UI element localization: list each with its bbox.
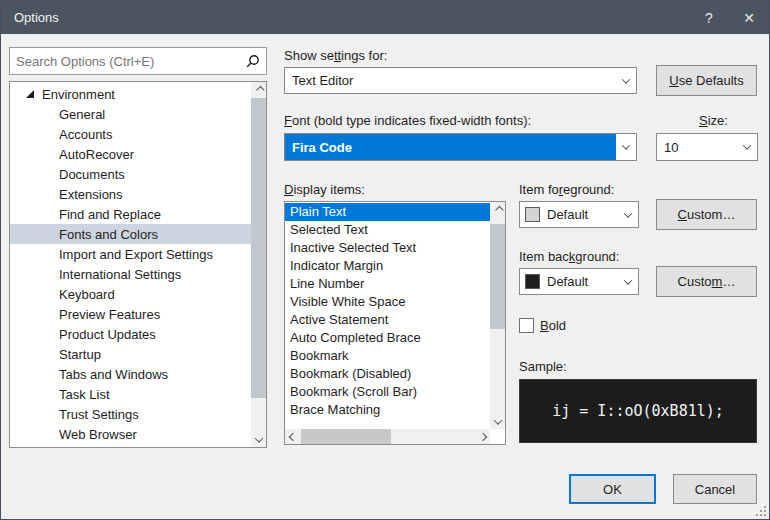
tree-item[interactable]: Projects and Solutions bbox=[10, 444, 251, 448]
size-select[interactable]: 10 bbox=[656, 133, 758, 161]
tree-rows: EnvironmentGeneralAccountsAutoRecoverDoc… bbox=[10, 84, 251, 448]
size-value: 10 bbox=[657, 140, 737, 155]
foreground-color-swatch bbox=[525, 207, 540, 222]
tree-vertical-scrollbar[interactable] bbox=[251, 82, 266, 447]
item-foreground-select[interactable]: Default bbox=[519, 201, 639, 228]
sample-label: Sample: bbox=[519, 359, 567, 374]
display-item[interactable]: Bookmark (Scroll Bar) bbox=[285, 383, 490, 401]
font-select[interactable]: Fira Code bbox=[284, 133, 637, 161]
tree-item[interactable]: Documents bbox=[10, 164, 251, 184]
bold-checkbox[interactable] bbox=[519, 318, 534, 333]
tree-item-label: Extensions bbox=[59, 187, 123, 202]
tree-scrollbar-thumb[interactable] bbox=[251, 98, 266, 398]
tree-item-label: AutoRecover bbox=[59, 147, 134, 162]
display-item[interactable]: Visible White Space bbox=[285, 293, 490, 311]
foreground-custom-button[interactable]: Custom… bbox=[656, 199, 757, 230]
tree-item[interactable]: Startup bbox=[10, 344, 251, 364]
chevron-down-icon bbox=[618, 269, 638, 294]
sample-preview: ij = I::oO(0xB81l); bbox=[519, 379, 757, 443]
display-item[interactable]: Selected Text bbox=[285, 221, 490, 239]
sample-text: ij = I::oO(0xB81l); bbox=[552, 402, 724, 420]
options-tree: EnvironmentGeneralAccountsAutoRecoverDoc… bbox=[9, 81, 267, 448]
tree-item-label: Projects and Solutions bbox=[42, 447, 171, 449]
tree-item-label: Import and Export Settings bbox=[59, 247, 213, 262]
tree-item-label: Accounts bbox=[59, 127, 112, 142]
tree-item-label: Environment bbox=[42, 87, 115, 102]
cancel-button[interactable]: Cancel bbox=[673, 474, 757, 504]
search-input[interactable] bbox=[10, 54, 240, 69]
foreground-value: Default bbox=[540, 207, 618, 222]
tree-item[interactable]: Web Browser bbox=[10, 424, 251, 444]
tree-item[interactable]: General bbox=[10, 104, 251, 124]
show-settings-select[interactable]: Text Editor bbox=[284, 67, 637, 94]
tree-item-label: Fonts and Colors bbox=[59, 227, 158, 242]
chevron-down-icon bbox=[618, 202, 638, 227]
close-button[interactable]: ✕ bbox=[729, 1, 769, 34]
chevron-down-icon bbox=[616, 134, 636, 160]
search-box bbox=[9, 47, 267, 75]
titlebar: Options ? ✕ bbox=[1, 1, 769, 34]
display-item[interactable]: Inactive Selected Text bbox=[285, 239, 490, 257]
ok-button[interactable]: OK bbox=[569, 474, 656, 504]
tree-item[interactable]: Trust Settings bbox=[10, 404, 251, 424]
tree-item[interactable]: Keyboard bbox=[10, 284, 251, 304]
tree-item[interactable]: Environment bbox=[10, 84, 251, 104]
tree-item[interactable]: Preview Features bbox=[10, 304, 251, 324]
search-icon[interactable] bbox=[240, 54, 266, 68]
display-item[interactable]: Bookmark (Disabled) bbox=[285, 365, 490, 383]
display-item[interactable]: Line Number bbox=[285, 275, 490, 293]
display-item[interactable]: Indicator Margin bbox=[285, 257, 490, 275]
help-button[interactable]: ? bbox=[689, 1, 729, 34]
dialog-body: EnvironmentGeneralAccountsAutoRecoverDoc… bbox=[1, 34, 769, 519]
use-defaults-button[interactable]: Use Defaults bbox=[656, 65, 757, 96]
tree-item[interactable]: Import and Export Settings bbox=[10, 244, 251, 264]
list-horizontal-scrollbar[interactable] bbox=[285, 429, 490, 444]
bold-checkbox-row: Bold bbox=[519, 318, 566, 333]
scroll-up-icon[interactable] bbox=[490, 202, 505, 217]
list-vertical-scrollbar[interactable] bbox=[490, 202, 505, 429]
scroll-left-icon[interactable] bbox=[285, 429, 300, 444]
background-custom-button[interactable]: Custom… bbox=[656, 266, 757, 297]
display-item[interactable]: Active Statement bbox=[285, 311, 490, 329]
tree-item-label: Trust Settings bbox=[59, 407, 139, 422]
list-scrollbar-thumb[interactable] bbox=[490, 224, 505, 329]
show-settings-value: Text Editor bbox=[285, 73, 616, 88]
scroll-right-icon[interactable] bbox=[475, 429, 490, 444]
tree-item-label: Startup bbox=[59, 347, 101, 362]
scroll-up-icon[interactable] bbox=[251, 82, 266, 97]
list-rows: Plain TextSelected TextInactive Selected… bbox=[285, 203, 490, 419]
list-hscrollbar-thumb[interactable] bbox=[301, 429, 391, 444]
tree-item-label: Product Updates bbox=[59, 327, 156, 342]
display-items-label: Display items: bbox=[284, 182, 365, 197]
show-settings-label: Show settings for: bbox=[284, 48, 387, 63]
tree-item[interactable]: Task List bbox=[10, 384, 251, 404]
tree-item-label: Documents bbox=[59, 167, 125, 182]
item-background-select[interactable]: Default bbox=[519, 268, 639, 295]
tree-item[interactable]: AutoRecover bbox=[10, 144, 251, 164]
font-label: Font (bold type indicates fixed-width fo… bbox=[284, 113, 531, 128]
display-item[interactable]: Brace Matching bbox=[285, 401, 490, 419]
tree-item[interactable]: Find and Replace bbox=[10, 204, 251, 224]
tree-item[interactable]: Product Updates bbox=[10, 324, 251, 344]
tree-item[interactable]: Accounts bbox=[10, 124, 251, 144]
display-item[interactable]: Auto Completed Brace bbox=[285, 329, 490, 347]
tree-item[interactable]: Extensions bbox=[10, 184, 251, 204]
tree-item[interactable]: Fonts and Colors bbox=[10, 224, 251, 244]
options-dialog: Options ? ✕ EnvironmentGeneralAccountsAu… bbox=[0, 0, 770, 520]
display-item[interactable]: Bookmark bbox=[285, 347, 490, 365]
chevron-down-icon bbox=[737, 134, 757, 160]
tree-item-label: International Settings bbox=[59, 267, 181, 282]
tree-item-label: Tabs and Windows bbox=[59, 367, 168, 382]
tree-item[interactable]: International Settings bbox=[10, 264, 251, 284]
resize-grip-icon[interactable] bbox=[754, 504, 766, 516]
expanded-icon bbox=[26, 89, 36, 99]
tree-item[interactable]: Tabs and Windows bbox=[10, 364, 251, 384]
font-value: Fira Code bbox=[285, 134, 616, 160]
tree-item-label: Task List bbox=[59, 387, 110, 402]
tree-item-label: Find and Replace bbox=[59, 207, 161, 222]
background-color-swatch bbox=[525, 274, 540, 289]
size-label: Size: bbox=[699, 113, 728, 128]
scroll-down-icon[interactable] bbox=[490, 414, 505, 429]
display-item[interactable]: Plain Text bbox=[285, 203, 490, 221]
scroll-down-icon[interactable] bbox=[251, 432, 266, 447]
